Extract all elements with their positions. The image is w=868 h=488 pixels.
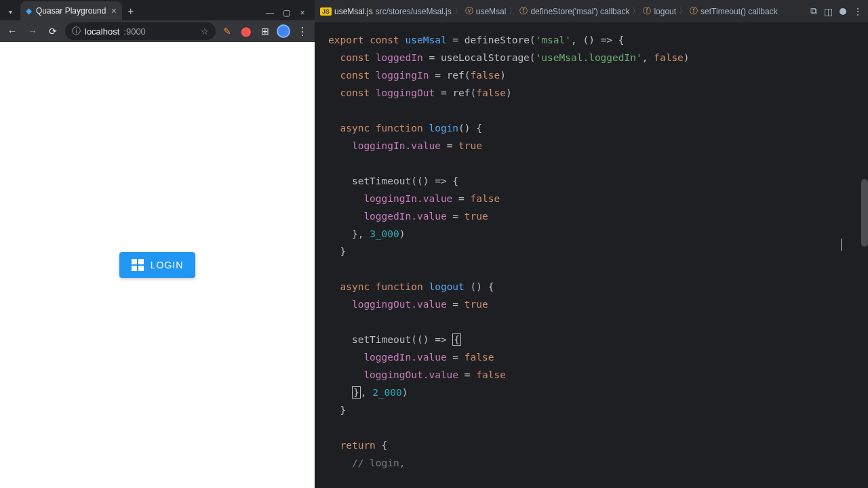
tab-title: Quasar Playground: [36, 6, 106, 16]
forward-button[interactable]: →: [24, 23, 41, 39]
modified-indicator-icon: [840, 8, 846, 15]
microsoft-icon: [132, 259, 144, 271]
chevron-icon: 〉: [632, 5, 640, 17]
tab-search-icon[interactable]: ▾: [3, 4, 18, 19]
chevron-icon: 〉: [679, 5, 687, 17]
maximize-icon[interactable]: ▢: [278, 8, 294, 18]
crumb-item[interactable]: defineStore('msal') callback: [530, 7, 629, 16]
site-info-icon[interactable]: ⓘ: [72, 25, 81, 37]
address-bar[interactable]: ⓘ localhost:9000 ☆: [65, 22, 216, 40]
code-editor: JS useMsal.js src/stores/useMsal.js 〉 ⓥ …: [315, 0, 868, 488]
function-icon: ⓕ: [519, 5, 528, 17]
new-tab-button[interactable]: +: [127, 5, 134, 18]
window-controls: — ▢ ×: [262, 8, 315, 18]
page-viewport: LOGIN: [0, 42, 315, 488]
back-button[interactable]: ←: [4, 23, 20, 39]
extensions-icon[interactable]: ⊞: [258, 24, 273, 39]
bookmark-star-icon[interactable]: ☆: [201, 26, 209, 37]
editor-menu-icon[interactable]: ⋮: [853, 6, 863, 17]
scrollbar-thumb[interactable]: [861, 179, 868, 247]
split-icon[interactable]: ◫: [824, 6, 833, 17]
browser-tab[interactable]: ◆ Quasar Playground ×: [20, 1, 122, 20]
crumb-item[interactable]: setTimeout() callback: [701, 7, 778, 16]
url-port: :9000: [123, 26, 146, 37]
function-icon: ⓕ: [690, 5, 698, 17]
editor-breadcrumbs: JS useMsal.js src/stores/useMsal.js 〉 ⓥ …: [315, 0, 868, 23]
browser-tabbar: ▾ ◆ Quasar Playground × + — ▢ ×: [0, 0, 315, 20]
toolbar-actions: ✎ ⬤ ⊞ ⋮: [220, 24, 311, 39]
extension-icon[interactable]: ✎: [220, 24, 235, 39]
browser-toolbar: ← → ⟳ ⓘ localhost:9000 ☆ ✎ ⬤ ⊞ ⋮: [0, 20, 315, 42]
text-cursor: [841, 239, 842, 251]
js-file-icon: JS: [320, 7, 332, 16]
chevron-icon: 〉: [509, 5, 517, 17]
login-button-label: LOGIN: [151, 260, 184, 270]
minimize-icon[interactable]: —: [262, 8, 278, 18]
crumb-item[interactable]: useMsal: [476, 7, 507, 16]
crumb-item[interactable]: logout: [654, 7, 676, 16]
function-icon: ⓕ: [643, 5, 651, 17]
close-tab-icon[interactable]: ×: [111, 6, 117, 16]
code-area[interactable]: export const useMsal = defineStore('msal…: [315, 23, 868, 488]
crumb-path[interactable]: src/stores/useMsal.js: [376, 7, 452, 16]
variable-icon: ⓥ: [465, 5, 473, 17]
profile-avatar[interactable]: [277, 24, 290, 38]
quasar-favicon-icon: ◆: [26, 6, 32, 16]
extension-icon-2[interactable]: ⬤: [239, 24, 254, 39]
reload-button[interactable]: ⟳: [45, 23, 61, 39]
chevron-icon: 〉: [454, 5, 462, 17]
reader-mode-icon[interactable]: ⧉: [810, 5, 817, 17]
editor-filename[interactable]: useMsal.js: [334, 7, 373, 16]
url-domain: localhost: [85, 26, 119, 37]
browser-menu-icon[interactable]: ⋮: [294, 25, 311, 38]
browser-window: ▾ ◆ Quasar Playground × + — ▢ × ← → ⟳ ⓘ …: [0, 0, 315, 488]
close-window-icon[interactable]: ×: [294, 8, 311, 18]
login-button[interactable]: LOGIN: [119, 252, 196, 278]
